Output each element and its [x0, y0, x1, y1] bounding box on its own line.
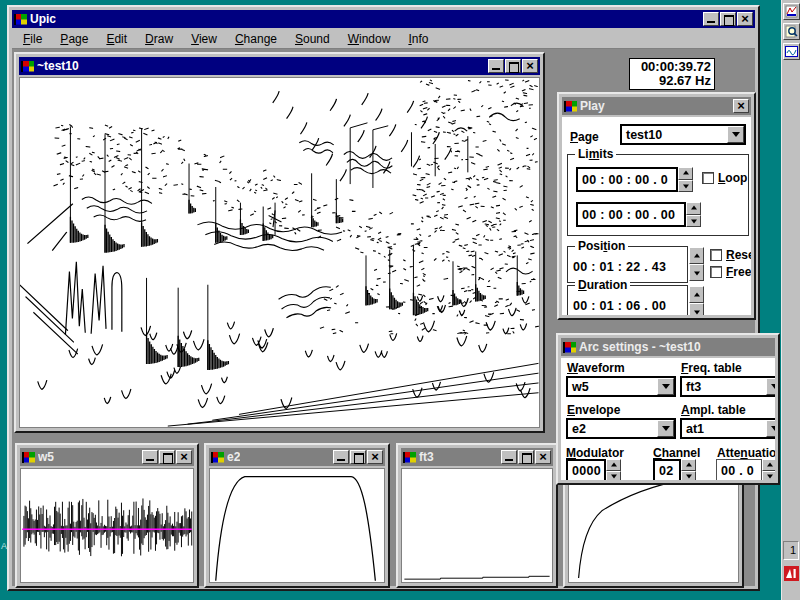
menu-edit[interactable]: Edit [97, 30, 136, 48]
ati-logo [784, 566, 799, 581]
ampl-table-combo[interactable]: at1 [680, 418, 775, 439]
close-button[interactable] [737, 12, 753, 26]
limit-start-spinner[interactable] [678, 167, 693, 192]
freq-table-combo-value: ft3 [682, 378, 766, 395]
maximize-button[interactable] [350, 450, 366, 464]
close-button[interactable] [367, 450, 383, 464]
ft3-table-view [401, 468, 553, 583]
close-button[interactable] [733, 99, 749, 113]
score-drawing[interactable] [20, 78, 539, 427]
play-dialog: Play Page test10 Limits 00 : 00 : 00 . 0… [557, 92, 756, 320]
freeze-label: Freeze [726, 265, 751, 279]
loop-label: Loop [718, 171, 747, 185]
desktop: A Upic File Page Edit Draw View Change S… [0, 0, 800, 600]
ampl-table-view [568, 471, 739, 583]
maximize-button[interactable] [720, 12, 736, 26]
duration-field[interactable]: 00 : 01 : 06 . 00 [571, 295, 683, 315]
menu-info[interactable]: Info [399, 30, 437, 48]
ft3-title-bar[interactable]: ft3 [401, 448, 553, 466]
envelope-combo[interactable]: e2 [566, 418, 676, 439]
envelope-combo-value: e2 [568, 420, 657, 437]
w5-title-bar[interactable]: w5 [20, 448, 194, 466]
time-readout: 00:00:39.72 [633, 60, 711, 74]
dropdown-arrow-icon[interactable] [727, 126, 744, 143]
duration-spinner[interactable] [689, 286, 704, 315]
play-dialog-body: Page test10 Limits 00 : 00 : 00 . 0 Loop… [562, 117, 751, 315]
loop-checkbox[interactable] [702, 172, 714, 184]
score-title-bar[interactable]: ~test10 [19, 57, 540, 75]
waveform-window-w5: w5 [15, 443, 199, 588]
modulator-field[interactable]: 0000 [566, 459, 606, 480]
side-toolbar: 1 [781, 0, 800, 600]
arc-settings-dialog: Arc settings - ~test10 Waveform Freq. ta… [556, 333, 780, 485]
play-dialog-title-bar[interactable]: Play [562, 97, 751, 115]
freeze-checkbox[interactable] [710, 266, 722, 278]
main-title-bar[interactable]: Upic [12, 10, 755, 28]
maximize-button[interactable] [505, 59, 521, 73]
channel-spinner[interactable] [681, 459, 696, 480]
score-window-title: ~test10 [37, 59, 79, 73]
channel-label: Channel [653, 446, 700, 460]
score-window: ~test10 [14, 52, 545, 433]
minimize-button[interactable] [488, 59, 504, 73]
close-button[interactable] [176, 450, 192, 464]
limit-start-field[interactable]: 00 : 00 : 00 . 0 [576, 167, 678, 192]
e2-window-icon [211, 452, 224, 463]
menu-sound[interactable]: Sound [286, 30, 339, 48]
e2-title-bar[interactable]: e2 [209, 448, 385, 466]
chart-tool-icon[interactable] [783, 3, 800, 20]
main-window-title: Upic [30, 12, 56, 26]
position-field[interactable]: 00 : 01 : 22 . 43 [571, 256, 683, 278]
score-canvas[interactable] [19, 77, 540, 428]
minimize-button[interactable] [333, 450, 349, 464]
duration-group-label: Duration [575, 278, 630, 292]
menu-view[interactable]: View [182, 30, 226, 48]
signal-plot-icon[interactable] [783, 43, 800, 60]
ft3-window-title: ft3 [419, 450, 434, 464]
limit-end-field[interactable]: 00 : 00 : 00 . 00 [576, 202, 686, 227]
reset-option: Reset [710, 248, 751, 262]
dropdown-arrow-icon[interactable] [657, 420, 674, 437]
e2-window-title: e2 [227, 450, 240, 464]
channel-field[interactable]: 02 [653, 459, 681, 480]
menu-file[interactable]: File [14, 30, 51, 48]
minimize-button[interactable] [501, 450, 517, 464]
menu-window[interactable]: Window [339, 30, 400, 48]
limits-group-label: Limits [575, 147, 616, 161]
dropdown-arrow-icon[interactable] [766, 378, 775, 395]
arc-dialog-title-bar[interactable]: Arc settings - ~test10 [561, 338, 775, 356]
envelope-label: Envelope [567, 403, 620, 417]
waveform-label: Waveform [567, 361, 625, 375]
menu-page[interactable]: Page [51, 30, 97, 48]
freq-table-label: Freq. table [681, 361, 742, 375]
minimize-button[interactable] [142, 450, 158, 464]
search-document-icon[interactable] [783, 23, 800, 40]
position-spinner[interactable] [689, 247, 704, 281]
close-button[interactable] [535, 450, 551, 464]
page-number-indicator: 1 [783, 541, 799, 560]
w5-waveform-plot [21, 469, 193, 582]
freq-table-combo[interactable]: ft3 [680, 376, 775, 397]
maximize-button[interactable] [518, 450, 534, 464]
reset-checkbox[interactable] [710, 249, 722, 261]
minimize-button[interactable] [703, 12, 719, 26]
maximize-button[interactable] [159, 450, 175, 464]
modulator-spinner[interactable] [606, 459, 621, 480]
ampl-table-label: Ampl. table [681, 403, 746, 417]
e2-envelope-plot [210, 469, 384, 582]
attenuation-field[interactable]: 00 . 0 [716, 459, 762, 480]
dropdown-arrow-icon[interactable] [766, 420, 775, 437]
attenuation-spinner[interactable] [762, 459, 775, 480]
waveform-combo[interactable]: w5 [566, 376, 676, 397]
close-button[interactable] [522, 59, 538, 73]
page-combo-value: test10 [622, 126, 727, 143]
menu-change[interactable]: Change [226, 30, 286, 48]
limit-end-spinner[interactable] [686, 202, 701, 227]
duration-group: Duration 00 : 01 : 06 . 00 [567, 285, 688, 315]
dropdown-arrow-icon[interactable] [657, 378, 674, 395]
page-combo[interactable]: test10 [620, 124, 746, 145]
score-window-icon [21, 61, 34, 72]
w5-waveform-view [20, 468, 194, 583]
menu-draw[interactable]: Draw [136, 30, 182, 48]
desktop-icon-label-fragment: A [1, 541, 7, 551]
